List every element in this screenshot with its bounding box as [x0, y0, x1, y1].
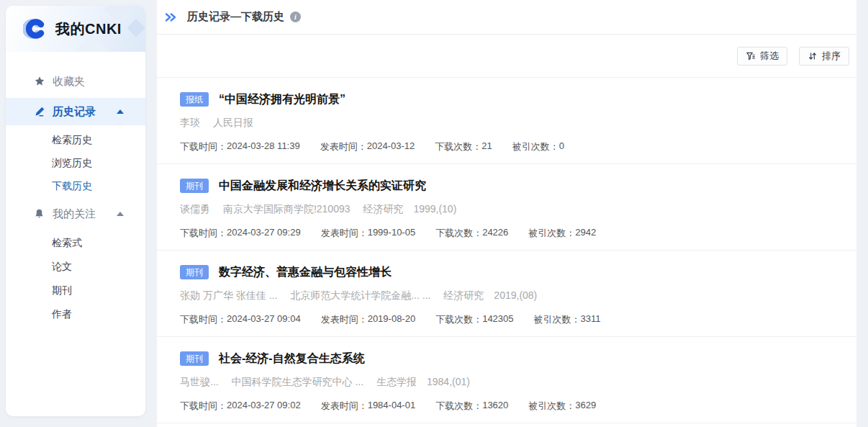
sidebar-item-browse-history[interactable]: 浏览历史 [6, 152, 145, 175]
cited-count-value: 3629 [575, 400, 596, 413]
record-title-link[interactable]: 中国金融发展和经济增长关系的实证研究 [219, 179, 426, 194]
publish-time-value: 2019-08-20 [368, 313, 416, 326]
record-title-link[interactable]: 数字经济、普惠金融与包容性增长 [219, 265, 392, 280]
sort-button-label: 排序 [822, 50, 841, 63]
sidebar-item-papers[interactable]: 论文 [6, 255, 145, 279]
download-time-value: 2024-03-27 09:04 [227, 313, 301, 326]
download-time-label: 下载时间： [180, 400, 227, 413]
sidebar-item-search-expression[interactable]: 检索式 [6, 231, 145, 255]
record-meta: 下载时间：2024-03-27 09:29 发表时间：1999-10-05 下载… [180, 227, 839, 240]
sidebar-item-authors[interactable]: 作者 [6, 302, 145, 326]
toolbar: 筛选 排序 [157, 35, 856, 78]
cited-count-label: 被引次数： [528, 227, 575, 240]
download-count-value: 13620 [482, 400, 508, 413]
download-count-label: 下载次数： [435, 140, 482, 153]
record-meta: 下载时间：2024-03-27 09:04 发表时间：2019-08-20 下载… [180, 313, 839, 326]
history-submenu: 检索历史 浏览历史 下载历史 [6, 129, 145, 198]
download-time-value: 2024-03-28 11:39 [227, 140, 300, 153]
double-chevron-right-icon [164, 12, 177, 22]
record-title-link[interactable]: “中国经济拥有光明前景” [219, 92, 345, 107]
publish-time-value: 2024-03-12 [367, 140, 415, 153]
pen-icon [33, 106, 45, 117]
download-record: 报纸 “中国经济拥有光明前景” 李琰 人民日报 下载时间：2024-03-28 … [157, 78, 856, 164]
chevron-up-icon[interactable] [117, 212, 124, 216]
sidebar-item-label: 收藏夹 [53, 75, 85, 89]
sidebar-item-download-history[interactable]: 下载历史 [6, 175, 145, 198]
sidebar-item-search-history[interactable]: 检索历史 [6, 129, 145, 152]
cited-count-value: 3311 [581, 313, 601, 326]
download-count-value: 142305 [482, 313, 513, 326]
sidebar-item-history[interactable]: 历史记录 [6, 98, 145, 125]
cited-count-value: 2942 [575, 227, 596, 240]
sort-arrows-icon [808, 51, 818, 61]
chevron-up-icon[interactable] [117, 109, 124, 114]
sidebar-item-favorites[interactable]: 收藏夹 [6, 68, 145, 95]
download-time-label: 下载时间： [180, 227, 227, 240]
bell-icon [33, 208, 45, 220]
star-icon [33, 76, 45, 87]
sidebar: 我的CNKI 收藏夹 历史记录 检索历史 浏览历史 下载历史 [6, 6, 145, 416]
publish-time-label: 发表时间： [320, 140, 367, 153]
record-byline: 谈儒勇 南京大学国际商学院!210093 经济研究 1999,(10) [180, 203, 839, 216]
download-count-value: 21 [482, 140, 492, 153]
download-record: 期刊 数字经济、普惠金融与包容性增长 张勋 万广华 张佳佳 ... 北京师范大学… [157, 251, 856, 337]
info-icon[interactable]: i [290, 12, 301, 22]
cited-count-label: 被引次数： [512, 140, 559, 153]
main-content: 历史记录—下载历史 i 筛选 排序 报纸 “ [157, 0, 856, 427]
filter-funnel-icon [746, 51, 756, 61]
record-byline: 李琰 人民日报 [180, 117, 839, 130]
sidebar-item-follow[interactable]: 我的关注 [6, 200, 145, 228]
page-title: 历史记录—下载历史 [187, 10, 284, 24]
sidebar-item-journals[interactable]: 期刊 [6, 279, 145, 302]
record-meta: 下载时间：2024-03-28 11:39 发表时间：2024-03-12 下载… [180, 140, 839, 153]
logo-area: 我的CNKI [6, 6, 145, 52]
publish-time-label: 发表时间： [321, 227, 368, 240]
sort-button[interactable]: 排序 [799, 47, 849, 66]
download-record: 期刊 中国金融发展和经济增长关系的实证研究 谈儒勇 南京大学国际商学院!2100… [157, 164, 856, 251]
record-title-link[interactable]: 社会-经济-自然复合生态系统 [219, 351, 365, 367]
sidebar-item-label: 历史记录 [53, 105, 96, 119]
download-time-label: 下载时间： [180, 140, 227, 153]
record-type-badge: 期刊 [180, 265, 209, 279]
cnki-c-logo-icon [23, 18, 49, 40]
download-time-label: 下载时间： [180, 313, 227, 326]
record-type-badge: 报纸 [180, 92, 209, 107]
publish-time-label: 发表时间： [321, 400, 368, 413]
record-byline: 马世骏... 中国科学院生态学研究中心 ... 生态学报 1984,(01) [180, 376, 839, 389]
record-byline: 张勋 万广华 张佳佳 ... 北京师范大学统计学院金融... ... 经济研究 … [180, 289, 839, 302]
cited-count-value: 0 [559, 140, 564, 153]
record-meta: 下载时间：2024-03-27 09:02 发表时间：1984-04-01 下载… [180, 400, 839, 413]
filter-button-label: 筛选 [760, 50, 779, 63]
publish-time-value: 1984-04-01 [368, 400, 416, 413]
logo-decoration [127, 19, 145, 37]
follow-submenu: 检索式 论文 期刊 作者 [6, 231, 145, 326]
download-count-label: 下载次数： [435, 227, 482, 240]
download-count-value: 24226 [482, 227, 508, 240]
download-count-label: 下载次数： [435, 400, 482, 413]
record-type-badge: 期刊 [180, 179, 209, 193]
app-title: 我的CNKI [55, 19, 122, 39]
cited-count-label: 被引次数： [534, 313, 581, 326]
content-header: 历史记录—下载历史 i [157, 0, 856, 35]
cited-count-label: 被引次数： [528, 400, 575, 413]
download-time-value: 2024-03-27 09:29 [227, 227, 301, 240]
publish-time-label: 发表时间： [321, 313, 368, 326]
sidebar-item-label: 我的关注 [53, 207, 96, 221]
publish-time-value: 1999-10-05 [368, 227, 416, 240]
record-type-badge: 期刊 [180, 351, 209, 366]
download-record: 期刊 社会-经济-自然复合生态系统 马世骏... 中国科学院生态学研究中心 ..… [157, 337, 856, 423]
filter-button[interactable]: 筛选 [737, 47, 787, 66]
download-time-value: 2024-03-27 09:02 [227, 400, 301, 413]
download-count-label: 下载次数： [435, 313, 482, 326]
